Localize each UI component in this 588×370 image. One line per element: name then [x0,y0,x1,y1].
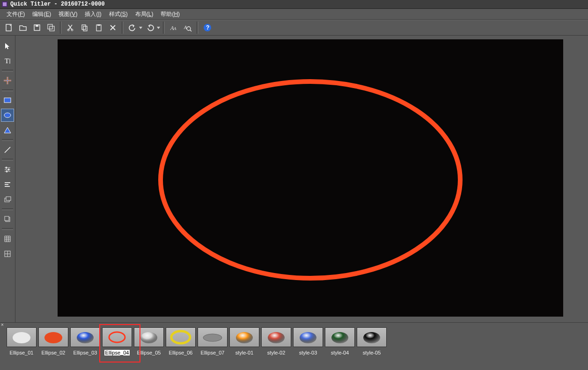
undo-dropdown[interactable] [139,27,142,29]
style-label: Ellipse_05 [137,350,161,355]
style-label: Ellipse_06 [169,350,193,355]
menu-item[interactable]: 文件(F) [3,9,29,19]
style-preset[interactable]: Ellipse_01 [7,327,37,355]
paste-button[interactable] [93,22,105,34]
pointer-tool[interactable] [1,39,14,52]
style-thumb [198,327,228,347]
save-as-button[interactable] [45,22,57,34]
grid-tool[interactable] [1,232,14,245]
new-button[interactable] [3,22,15,34]
close-panel-icon[interactable]: × [0,323,5,327]
style-label: Ellipse_01 [10,350,34,355]
style-preset[interactable]: style-01 [229,327,259,355]
menu-item[interactable]: 布局(L) [132,9,157,19]
menu-item[interactable]: 帮助(H) [157,9,184,19]
style-preset[interactable]: Ellipse_05 [134,327,164,355]
open-button[interactable] [17,22,29,34]
ellipse-tool[interactable] [1,109,14,122]
menu-item[interactable]: 插入(I) [81,9,105,19]
menu-item[interactable]: 视图(V) [55,9,81,19]
style-label: Ellipse_03 [74,350,97,355]
menu-bar: 文件(F)编辑(E)视图(V)插入(I)样式(S)布局(L)帮助(H) [0,9,588,20]
svg-point-27 [4,113,11,118]
depth-tool[interactable] [1,213,14,226]
svg-point-54 [268,332,285,343]
toolbar-separator [197,22,198,34]
style-label: Ellipse_02 [42,350,66,355]
delete-button[interactable] [107,22,119,34]
svg-rect-1 [3,2,7,6]
copy-button[interactable] [79,22,91,34]
style-preset[interactable]: Ellipse_06 [166,327,196,355]
style-label: style-04 [331,350,349,355]
svg-point-53 [236,332,253,343]
redo-button[interactable] [144,22,156,34]
style-preset[interactable]: Ellipse_04 [102,327,132,355]
svg-point-46 [13,332,30,343]
redo-dropdown[interactable] [156,27,160,29]
style-preset[interactable]: style-05 [357,327,387,355]
svg-point-50 [140,332,157,343]
style-thumb [293,327,323,347]
svg-line-17 [190,30,191,31]
sliders-tool[interactable] [1,163,14,176]
svg-point-48 [77,332,94,343]
svg-rect-4 [36,25,38,27]
style-preset[interactable]: Ellipse_02 [38,327,68,355]
main-toolbar: AA A ? [0,20,588,36]
app-icon [2,1,7,7]
svg-text:T: T [5,57,9,65]
save-button[interactable] [31,22,43,34]
svg-rect-5 [48,24,52,29]
triangle-tool[interactable] [1,124,14,137]
svg-point-57 [363,332,380,343]
style-thumb [38,327,68,347]
style-label: Ellipse_04 [104,350,130,355]
svg-rect-32 [6,167,7,169]
find-button[interactable]: A [182,22,194,34]
svg-point-49 [109,332,125,342]
window-title: Quick Titler - 20160712-0000 [10,1,105,7]
svg-point-47 [44,332,62,343]
styles-panel: × Ellipse_01Ellipse_02Ellipse_03Ellipse_… [0,322,588,370]
menu-item[interactable]: 编辑(E) [29,9,55,19]
cut-button[interactable] [65,22,77,34]
undo-button[interactable] [126,22,139,34]
side-separator [2,70,13,72]
style-preset[interactable]: style-04 [325,327,355,355]
style-thumb [357,327,387,347]
svg-rect-12 [97,24,100,26]
styles-strip: Ellipse_01Ellipse_02Ellipse_03Ellipse_04… [0,323,588,355]
grid2-tool[interactable] [1,247,14,260]
style-thumb [102,327,132,347]
canvas[interactable] [58,39,563,317]
svg-line-28 [5,147,10,153]
svg-rect-10 [83,26,87,31]
style-preset[interactable]: style-03 [293,327,323,355]
style-thumb [325,327,355,347]
line-tool[interactable] [1,143,14,156]
menu-item[interactable]: 样式(S) [105,9,132,19]
canvas-area [15,36,588,322]
crosshair-tool[interactable] [1,74,14,87]
align-tool[interactable] [1,178,14,191]
style-label: style-05 [363,350,381,355]
svg-rect-6 [50,26,54,31]
svg-rect-41 [5,216,9,221]
rect-tool[interactable] [1,94,14,107]
text-tool[interactable]: T [1,54,14,67]
svg-rect-39 [6,197,11,200]
layer-tool[interactable] [1,193,14,206]
style-preset[interactable]: style-02 [261,327,291,355]
side-separator [2,159,13,161]
text-style-button[interactable]: AA [168,22,180,34]
help-button[interactable]: ? [201,22,213,34]
style-label: Ellipse_07 [201,350,225,355]
svg-point-45 [161,81,460,278]
svg-text:?: ? [206,24,209,31]
side-separator [2,228,13,230]
style-preset[interactable]: Ellipse_07 [198,327,228,355]
svg-point-55 [300,332,316,343]
style-thumb [70,327,100,347]
style-preset[interactable]: Ellipse_03 [70,327,100,355]
